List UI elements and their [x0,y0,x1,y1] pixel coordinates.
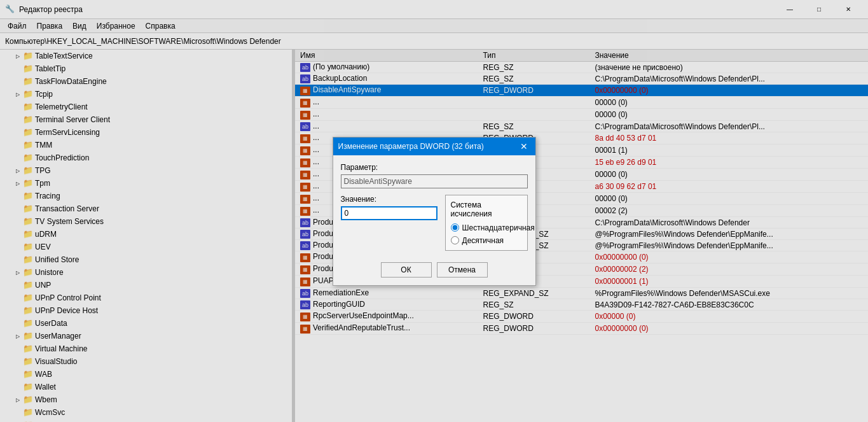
dialog-left: Значение: [341,195,437,251]
radio-dec[interactable] [451,236,459,244]
dialog-buttons: ОК Отмена [341,260,528,278]
dialog-body: Параметр: Значение: Система исчисления Ш… [333,155,535,285]
dialog-close-button[interactable]: ✕ [518,140,530,153]
radio-dec-text: Десятичная [462,236,504,245]
number-system-box: Система исчисления Шестнадцатеричная Дес… [445,195,528,251]
cancel-button[interactable]: Отмена [437,262,488,278]
dialog-titlebar: Изменение параметра DWORD (32 бита) ✕ [333,137,535,155]
dialog-title: Изменение параметра DWORD (32 бита) [338,142,484,151]
dialog-dword: Изменение параметра DWORD (32 бита) ✕ Па… [333,137,536,286]
radio-hex[interactable] [451,223,459,232]
param-label: Параметр: [341,163,528,172]
dialog-row: Значение: Система исчисления Шестнадцате… [341,195,528,251]
value-input[interactable] [341,206,437,220]
ok-button[interactable]: ОК [381,262,432,278]
radio-dec-label[interactable]: Десятичная [451,236,522,245]
radio-group: Шестнадцатеричная Десятичная [451,223,522,245]
param-input[interactable] [341,174,528,188]
dialog-overlay: Изменение параметра DWORD (32 бита) ✕ Па… [0,0,868,422]
radio-hex-text: Шестнадцатеричная [462,223,535,232]
radio-hex-label[interactable]: Шестнадцатеричная [451,223,522,232]
value-label: Значение: [341,195,437,204]
system-label: Система исчисления [451,200,522,218]
